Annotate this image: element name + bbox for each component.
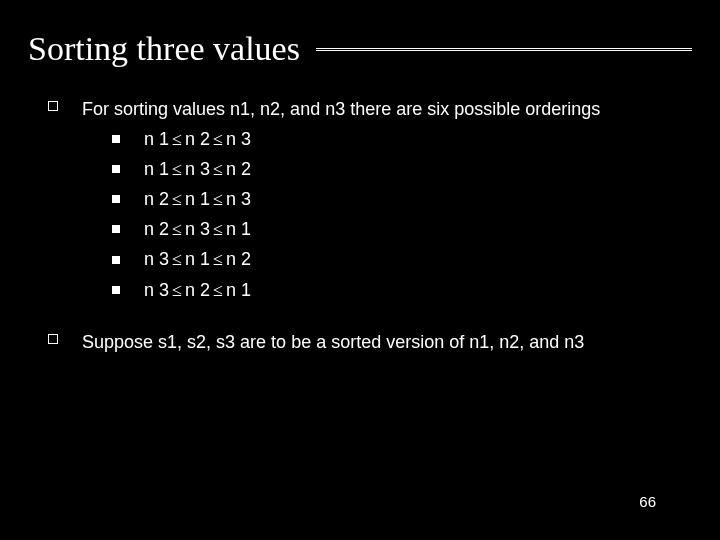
t: 1, s (167, 332, 196, 352)
ordering-text: n 1≤n 2≤n 3 (144, 126, 251, 152)
ordering-list: n 1≤n 2≤n 3 n 1≤n 3≤n 2 n 2≤n 1≤n 3 n 2≤… (82, 126, 682, 303)
t: 2, and n (270, 99, 335, 119)
t: 2, s (196, 332, 225, 352)
slide-body: For sorting values n1, n2, and n3 there … (28, 96, 692, 355)
bullet-text-1: For sorting values n1, n2, and n3 there … (82, 96, 682, 307)
filled-square-icon (112, 135, 120, 143)
hollow-square-icon (48, 334, 58, 344)
hollow-square-icon (48, 101, 58, 111)
filled-square-icon (112, 165, 120, 173)
t: 3 (574, 332, 584, 352)
filled-square-icon (112, 225, 120, 233)
bullet-text-2: Suppose s1, s2, s3 are to be a sorted ve… (82, 329, 682, 355)
bullet-item-2: Suppose s1, s2, s3 are to be a sorted ve… (48, 329, 682, 355)
t: 3 are to be a sorted version of n (225, 332, 479, 352)
ordering-text: n 3≤n 2≤n 1 (144, 277, 251, 303)
filled-square-icon (112, 195, 120, 203)
list-item: n 2≤n 3≤n 1 (112, 216, 682, 242)
filled-square-icon (112, 286, 120, 294)
title-row: Sorting three values (28, 30, 692, 68)
list-item: n 3≤n 1≤n 2 (112, 246, 682, 272)
ordering-text: n 1≤n 3≤n 2 (144, 156, 251, 182)
page-number: 66 (639, 493, 656, 510)
ordering-text: n 2≤n 3≤n 1 (144, 216, 251, 242)
title-rule (316, 48, 692, 51)
slide: Sorting three values For sorting values … (0, 0, 720, 540)
t: 1, n (479, 332, 509, 352)
list-item: n 3≤n 2≤n 1 (112, 277, 682, 303)
filled-square-icon (112, 256, 120, 264)
t: 2, and n (509, 332, 574, 352)
t: Suppose s (82, 332, 167, 352)
ordering-text: n 3≤n 1≤n 2 (144, 246, 251, 272)
t: For sorting values n (82, 99, 240, 119)
list-item: n 1≤n 3≤n 2 (112, 156, 682, 182)
t: 1, n (240, 99, 270, 119)
bullet-item-1: For sorting values n1, n2, and n3 there … (48, 96, 682, 307)
list-item: n 1≤n 2≤n 3 (112, 126, 682, 152)
slide-title: Sorting three values (28, 30, 316, 68)
t: 3 there are six possible orderings (335, 99, 600, 119)
list-item: n 2≤n 1≤n 3 (112, 186, 682, 212)
ordering-text: n 2≤n 1≤n 3 (144, 186, 251, 212)
